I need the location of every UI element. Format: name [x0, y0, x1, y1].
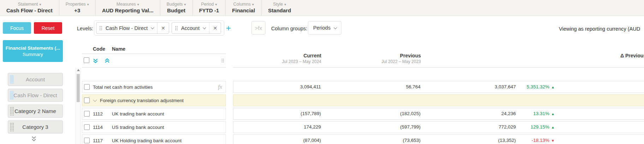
- row-label-cell[interactable]: 1114 US trading bank account fx: [82, 121, 226, 133]
- level-chip-label: Cash Flow - Direct: [106, 25, 148, 31]
- value-current[interactable]: (157,789): [234, 108, 321, 119]
- previous-column-header[interactable]: Previous Jul 2022 – May 2023: [321, 53, 421, 64]
- drag-handle-icon[interactable]: [175, 26, 178, 31]
- collapse-all-icon[interactable]: [104, 58, 110, 65]
- toolbar-dropdown-value: Budget: [167, 7, 185, 14]
- toolbar-dropdown-value: FYTD -1: [199, 7, 219, 14]
- row-label-cell[interactable]: 1117 UK Holding trading bank account fx: [82, 134, 226, 144]
- select-all-checkbox[interactable]: [84, 57, 89, 63]
- toolbar-dropdown[interactable]: Budgets ▾ Budget: [160, 0, 192, 15]
- trend-arrow-icon: [551, 125, 555, 129]
- value-delta-percent: 129.15%: [517, 121, 555, 133]
- column-groups-label: Column groups:: [271, 26, 307, 31]
- level-chip-label: Account: [181, 25, 199, 31]
- fx-formula-button[interactable]: >fx: [251, 21, 266, 35]
- toolbar-dropdown[interactable]: Properties ▾ +3: [59, 0, 95, 15]
- value-previous[interactable]: [322, 95, 421, 106]
- value-delta: 3,037,647: [421, 81, 516, 93]
- chevron-down-icon[interactable]: [203, 26, 206, 29]
- column-drag-handle-icon[interactable]: [221, 58, 224, 62]
- toolbar-dropdown[interactable]: Period ▾ FYTD -1: [192, 0, 226, 15]
- previous-period-label: Jul 2022 – May 2023: [321, 59, 421, 64]
- grid-top-border: [82, 67, 226, 68]
- table-row: 1112 UK trading bank account fx (157,789…: [0, 108, 644, 120]
- row-label-cell[interactable]: Total net cash from activities fx: [82, 81, 226, 93]
- drag-handle-icon[interactable]: [99, 26, 102, 31]
- chevron-down-icon[interactable]: [151, 26, 154, 29]
- statement-summary-card[interactable]: Financial Statements (... Summary: [3, 40, 63, 62]
- caret-down-icon: ▾: [284, 2, 286, 7]
- toolbar-dropdown[interactable]: Style ▾ Standard: [261, 0, 297, 15]
- remove-level-icon[interactable]: ✕: [157, 23, 169, 33]
- row-values-cell: [233, 94, 644, 106]
- row-name: Foreign currency translation adjustment: [100, 98, 184, 103]
- row-values-cell: 174,229 (597,799) 772,029 129.15%: [233, 121, 644, 133]
- value-delta-percent: [517, 95, 555, 106]
- toolbar-dropdown-value: AUD Reporting Val...: [102, 7, 154, 14]
- row-checkbox[interactable]: [84, 111, 90, 117]
- row-checkbox[interactable]: [84, 138, 90, 143]
- row-checkbox[interactable]: [84, 98, 90, 103]
- toolbar-dropdown-value: Standard: [268, 7, 291, 14]
- column-groups-value: Periods: [313, 25, 330, 31]
- value-previous[interactable]: 56,764: [322, 81, 421, 93]
- row-collapse-chevron-icon[interactable]: [93, 98, 97, 102]
- delta-previous-column-header[interactable]: Δ Previous: [620, 53, 644, 59]
- row-name: UK trading bank account: [112, 111, 164, 117]
- toolbar-dropdown-value: Cash Flow - Direct: [6, 7, 53, 14]
- caret-down-icon: ▾: [252, 2, 254, 7]
- caret-down-icon: ▾: [137, 2, 139, 7]
- toolbar-dropdown[interactable]: Statement ▾ Cash Flow - Direct: [0, 0, 59, 15]
- row-label-cell[interactable]: Foreign currency translation adjustment …: [82, 94, 226, 106]
- reset-button[interactable]: Reset: [34, 22, 62, 34]
- table-row: Total net cash from activities fx 3,094,…: [0, 81, 644, 93]
- value-delta-percent: 13.31%: [517, 108, 555, 119]
- current-period-label: Jul 2023 – May 2024: [233, 59, 321, 64]
- value-delta: 772,029: [421, 121, 516, 133]
- fx-icon[interactable]: fx: [218, 84, 222, 90]
- row-name: US trading bank account: [112, 125, 164, 130]
- value-delta: 24,236: [421, 108, 516, 119]
- value-current[interactable]: 3,094,411: [234, 81, 321, 93]
- level-chip[interactable]: Cash Flow - Direct ✕: [96, 22, 169, 34]
- viewing-currency-note: Viewing as reporting currency (AUD: [559, 26, 640, 32]
- focus-button[interactable]: Focus: [3, 22, 31, 34]
- column-groups-select[interactable]: Periods: [308, 21, 341, 35]
- toolbar-dropdowns: Statement ▾ Cash Flow - Direct Propertie…: [0, 0, 297, 15]
- toolbar-dropdown-value: +3: [74, 7, 80, 14]
- value-previous[interactable]: (182,025): [322, 108, 421, 119]
- row-checkbox[interactable]: [84, 84, 90, 90]
- value-delta-percent: -18.13%: [517, 135, 555, 144]
- row-values-cell: 3,094,411 56,764 3,037,647 5,351.32%: [233, 81, 644, 93]
- toolbar-dropdown-label: Properties: [66, 2, 86, 7]
- statement-card-subtitle: Summary: [23, 52, 43, 57]
- trend-arrow-icon: [551, 139, 555, 143]
- current-column-header[interactable]: Current Jul 2023 – May 2024: [233, 53, 321, 64]
- trend-arrow-icon: [551, 85, 555, 89]
- row-checkbox[interactable]: [84, 124, 90, 130]
- value-previous[interactable]: (73,653): [322, 135, 421, 144]
- expand-all-icon[interactable]: [93, 58, 99, 65]
- row-values-cell: (87,004) (73,653) (13,352) -18.13%: [233, 134, 644, 144]
- remove-level-icon[interactable]: ✕: [209, 23, 221, 33]
- trend-arrow-icon: [551, 112, 555, 116]
- value-current[interactable]: [234, 95, 321, 106]
- caret-down-icon: ▾: [39, 2, 41, 7]
- row-code: 1114: [93, 125, 112, 130]
- code-column-header[interactable]: Code: [93, 46, 105, 52]
- table-row: 1117 UK Holding trading bank account fx …: [0, 134, 644, 144]
- name-column-header[interactable]: Name: [112, 46, 125, 52]
- value-current[interactable]: 174,229: [234, 121, 321, 133]
- row-name: Total net cash from activities: [93, 84, 153, 90]
- level-chip[interactable]: Account ✕: [172, 22, 221, 34]
- toolbar-dropdown[interactable]: Columns ▾ Financial: [225, 0, 261, 15]
- value-delta: (13,352): [421, 135, 516, 144]
- row-name: UK Holding trading bank account: [112, 138, 181, 143]
- value-current[interactable]: (87,004): [234, 135, 321, 144]
- row-code: 1117: [93, 138, 112, 143]
- add-level-button[interactable]: +: [224, 22, 233, 34]
- toolbar-dropdown[interactable]: Measures ▾ AUD Reporting Val...: [95, 0, 160, 15]
- value-previous[interactable]: (597,799): [322, 121, 421, 133]
- row-label-cell[interactable]: 1112 UK trading bank account fx: [82, 108, 226, 120]
- scroll-up-arrow-icon[interactable]: [77, 69, 80, 71]
